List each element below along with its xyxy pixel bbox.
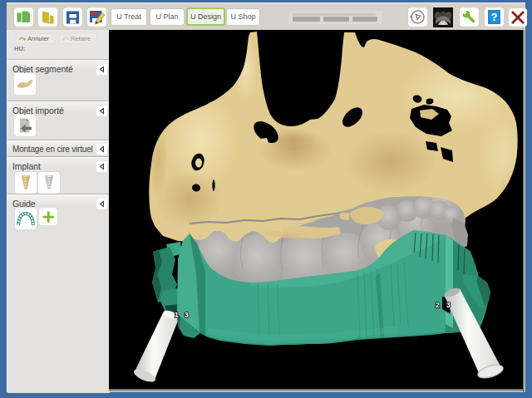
- svg-text:2: 2: [436, 301, 440, 309]
- svg-text:1: 1: [175, 311, 179, 319]
- svg-text:?: ?: [491, 11, 498, 23]
- svg-text:3: 3: [446, 301, 451, 309]
- svg-text:3: 3: [185, 311, 189, 319]
